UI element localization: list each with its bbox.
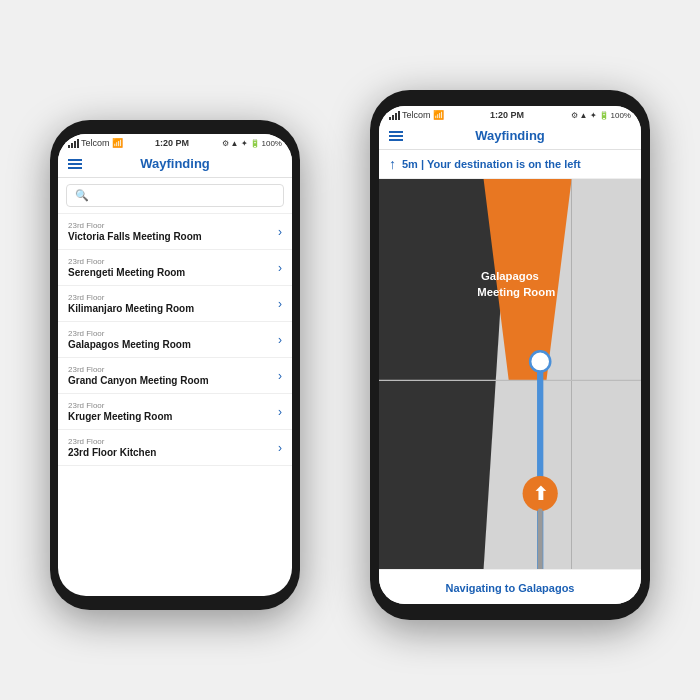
phone-left: Telcom 📶 1:20 PM ⚙ ▲ ✦ 🔋 100% <box>50 120 300 610</box>
chevron-right-icon: › <box>278 405 282 419</box>
map-svg: ⬆ Galapagos Meeting Room <box>379 179 641 569</box>
chevron-right-icon: › <box>278 297 282 311</box>
item-name-2: Kilimanjaro Meeting Room <box>68 303 194 314</box>
nav-bottom-label: Navigating to Galapagos <box>446 582 575 594</box>
battery-icon-r: 🔋 <box>599 111 609 120</box>
hamburger-icon-r <box>389 139 403 141</box>
right-screen: Telcom 📶 1:20 PM ⚙ ▲ ✦ 🔋 100% <box>379 106 641 604</box>
chevron-right-icon: › <box>278 225 282 239</box>
list-item[interactable]: 23rd Floor 23rd Floor Kitchen › <box>58 430 292 466</box>
search-bar[interactable]: 🔍 <box>58 178 292 214</box>
hamburger-icon <box>68 163 82 165</box>
list-item[interactable]: 23rd Floor Grand Canyon Meeting Room › <box>58 358 292 394</box>
app-title: Wayfinding <box>140 156 210 171</box>
chevron-right-icon: › <box>278 333 282 347</box>
map-area: ⬆ Galapagos Meeting Room <box>379 179 641 569</box>
item-floor-0: 23rd Floor <box>68 221 202 230</box>
bluetooth-icon-r: ✦ <box>590 111 597 120</box>
direction-text: 5m | Your destination is on the left <box>402 158 581 170</box>
status-right: ⚙ ▲ ✦ 🔋 100% <box>222 139 282 148</box>
battery-icon: 🔋 <box>250 139 260 148</box>
item-floor-6: 23rd Floor <box>68 437 156 446</box>
app-header-right: Wayfinding <box>379 122 641 150</box>
status-bar-left: Telcom 📶 1:20 PM ⚙ ▲ ✦ 🔋 100% <box>58 134 292 150</box>
status-left-right: Telcom 📶 <box>389 110 444 120</box>
chevron-right-icon: › <box>278 369 282 383</box>
carrier-name-right: Telcom <box>402 110 431 120</box>
search-icon: 🔍 <box>75 189 89 202</box>
battery-pct-r: 100% <box>611 111 631 120</box>
item-name-4: Grand Canyon Meeting Room <box>68 375 209 386</box>
app-title-right: Wayfinding <box>475 128 545 143</box>
phone-right: Telcom 📶 1:20 PM ⚙ ▲ ✦ 🔋 100% <box>370 90 650 620</box>
item-floor-3: 23rd Floor <box>68 329 191 338</box>
clock-right: 1:20 PM <box>490 110 524 120</box>
item-name-6: 23rd Floor Kitchen <box>68 447 156 458</box>
direction-bar: ↑ 5m | Your destination is on the left <box>379 150 641 179</box>
signal-icon <box>68 139 79 148</box>
list-item[interactable]: 23rd Floor Serengeti Meeting Room › <box>58 250 292 286</box>
list-item[interactable]: 23rd Floor Galapagos Meeting Room › <box>58 322 292 358</box>
item-floor-4: 23rd Floor <box>68 365 209 374</box>
svg-rect-4 <box>572 179 641 569</box>
phones-container: Telcom 📶 1:20 PM ⚙ ▲ ✦ 🔋 100% <box>50 40 650 660</box>
hamburger-icon <box>68 159 82 161</box>
hamburger-button[interactable] <box>68 159 82 169</box>
item-floor-1: 23rd Floor <box>68 257 185 266</box>
status-bar-right: Telcom 📶 1:20 PM ⚙ ▲ ✦ 🔋 100% <box>379 106 641 122</box>
settings-icon-r: ⚙ <box>571 111 578 120</box>
list-item[interactable]: 23rd Floor Kilimanjaro Meeting Room › <box>58 286 292 322</box>
item-name-5: Kruger Meeting Room <box>68 411 172 422</box>
item-name-0: Victoria Falls Meeting Room <box>68 231 202 242</box>
right-content: Telcom 📶 1:20 PM ⚙ ▲ ✦ 🔋 100% <box>379 106 641 604</box>
left-screen: Telcom 📶 1:20 PM ⚙ ▲ ✦ 🔋 100% <box>58 134 292 596</box>
item-name-1: Serengeti Meeting Room <box>68 267 185 278</box>
item-floor-2: 23rd Floor <box>68 293 194 302</box>
search-input-display[interactable]: 🔍 <box>66 184 284 207</box>
status-left: Telcom 📶 <box>68 138 123 148</box>
chevron-right-icon: › <box>278 261 282 275</box>
clock: 1:20 PM <box>155 138 189 148</box>
hamburger-button-right[interactable] <box>389 131 403 141</box>
location-icon: ▲ <box>231 139 239 148</box>
location-icon-r: ▲ <box>580 111 588 120</box>
battery-pct: 100% <box>262 139 282 148</box>
list-container: 23rd Floor Victoria Falls Meeting Room ›… <box>58 214 292 466</box>
svg-text:Galapagos: Galapagos <box>481 270 539 282</box>
svg-text:Meeting Room: Meeting Room <box>477 286 555 298</box>
status-right-right: ⚙ ▲ ✦ 🔋 100% <box>571 111 631 120</box>
svg-point-7 <box>530 351 550 371</box>
list-item[interactable]: 23rd Floor Victoria Falls Meeting Room › <box>58 214 292 250</box>
svg-text:⬆: ⬆ <box>533 484 548 504</box>
app-header-left: Wayfinding <box>58 150 292 178</box>
hamburger-icon-r <box>389 135 403 137</box>
list-item[interactable]: 23rd Floor Kruger Meeting Room › <box>58 394 292 430</box>
signal-icon <box>389 111 400 120</box>
direction-arrow-icon: ↑ <box>389 156 396 172</box>
item-name-3: Galapagos Meeting Room <box>68 339 191 350</box>
item-floor-5: 23rd Floor <box>68 401 172 410</box>
bluetooth-icon: ✦ <box>241 139 248 148</box>
settings-icon: ⚙ <box>222 139 229 148</box>
hamburger-icon-r <box>389 131 403 133</box>
carrier-name: Telcom <box>81 138 110 148</box>
chevron-right-icon: › <box>278 441 282 455</box>
wifi-icon-right: 📶 <box>433 110 444 120</box>
nav-bottom: Navigating to Galapagos <box>379 569 641 604</box>
wifi-icon: 📶 <box>112 138 123 148</box>
hamburger-icon <box>68 167 82 169</box>
